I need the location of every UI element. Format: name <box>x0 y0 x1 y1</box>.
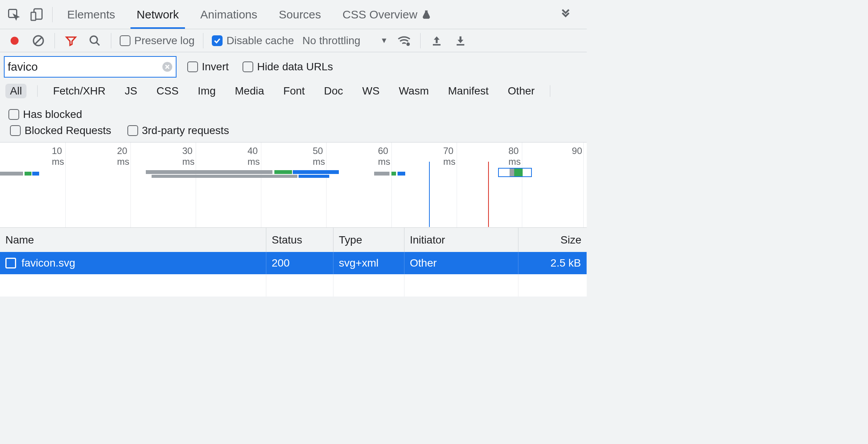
network-toolbar: Preserve log Disable cache No throttling… <box>0 29 587 52</box>
waterfall-bar <box>32 172 39 176</box>
waterfall-bar <box>374 172 389 176</box>
tab-network[interactable]: Network <box>127 0 189 29</box>
throttling-select[interactable]: No throttling ▼ <box>299 35 391 47</box>
svg-point-8 <box>406 42 410 46</box>
waterfall-bar <box>274 170 292 174</box>
tick-label: 40 ms <box>248 146 260 167</box>
column-initiator[interactable]: Initiator <box>404 228 518 252</box>
cell-type: svg+xml <box>339 257 378 269</box>
type-filter-all[interactable]: All <box>5 84 26 98</box>
search-icon[interactable] <box>84 30 106 51</box>
tick-label: 60 ms <box>378 146 390 167</box>
svg-rect-2 <box>31 12 36 20</box>
waterfall-bar <box>398 172 405 176</box>
waterfall-selection <box>498 168 532 177</box>
network-conditions-icon[interactable] <box>393 30 415 51</box>
svg-rect-10 <box>457 44 464 45</box>
waterfall-bar <box>25 172 31 176</box>
type-filter-wasm[interactable]: Wasm <box>394 84 433 98</box>
type-filter-other[interactable]: Other <box>503 84 539 98</box>
invert-label: Invert <box>202 61 229 73</box>
filter-input-wrap <box>4 56 177 78</box>
type-filter-media[interactable]: Media <box>230 84 269 98</box>
column-status[interactable]: Status <box>266 228 333 252</box>
import-har-icon[interactable] <box>450 30 471 51</box>
svg-line-5 <box>35 37 42 44</box>
domcontentloaded-line <box>429 162 430 227</box>
filter-row-2: Blocked Requests 3rd-party requests <box>0 123 587 142</box>
record-button[interactable] <box>4 30 25 51</box>
clear-filter-icon[interactable] <box>162 61 173 72</box>
type-filter-doc[interactable]: Doc <box>319 84 348 98</box>
type-filter-ws[interactable]: WS <box>358 84 384 98</box>
network-overview[interactable]: 10 ms 20 ms 30 ms 40 ms 50 ms 60 ms 70 m… <box>0 142 587 227</box>
has-blocked-checkbox[interactable]: Has blocked <box>5 108 85 121</box>
third-party-checkbox[interactable]: 3rd-party requests <box>124 124 232 137</box>
filter-toggle-icon[interactable] <box>60 30 82 51</box>
separator <box>54 33 55 48</box>
checkbox-icon <box>187 61 198 72</box>
tick-label: 30 ms <box>182 146 195 167</box>
type-filter-manifest[interactable]: Manifest <box>444 84 493 98</box>
checkbox-icon <box>120 35 130 46</box>
device-toolbar-icon[interactable] <box>26 4 48 25</box>
waterfall-bar <box>152 175 297 178</box>
network-table-header: Name Status Type Initiator Size <box>0 227 587 252</box>
disable-cache-label: Disable cache <box>226 35 294 47</box>
export-har-icon[interactable] <box>426 30 447 51</box>
devtools-tabs-bar: Elements Network Animations Sources CSS … <box>0 0 587 29</box>
hide-data-urls-label: Hide data URLs <box>257 61 333 73</box>
tick-label: 70 ms <box>443 146 455 167</box>
type-filter-img[interactable]: Img <box>193 84 220 98</box>
cell-size: 2.5 kB <box>551 257 581 269</box>
separator <box>52 7 53 22</box>
cell-initiator: Other <box>410 257 437 269</box>
cell-name: favicon.svg <box>21 257 75 269</box>
blocked-requests-label: Blocked Requests <box>25 124 111 137</box>
invert-checkbox[interactable]: Invert <box>184 61 232 73</box>
type-filter-font[interactable]: Font <box>279 84 309 98</box>
tab-animations[interactable]: Animations <box>190 0 267 29</box>
separator <box>203 33 203 48</box>
table-row[interactable]: favicon.svg 200 svg+xml Other 2.5 kB <box>0 252 587 274</box>
svg-point-3 <box>11 36 19 45</box>
tick-label: 90 <box>572 146 582 156</box>
checkbox-icon <box>8 109 19 120</box>
disable-cache-checkbox[interactable]: Disable cache <box>209 35 297 47</box>
inspect-element-icon[interactable] <box>3 4 25 25</box>
type-filter-js[interactable]: JS <box>120 84 142 98</box>
column-name[interactable]: Name <box>0 228 266 252</box>
tick-label: 50 ms <box>313 146 325 167</box>
throttling-value: No throttling <box>302 35 360 47</box>
waterfall-bar <box>146 170 272 174</box>
preserve-log-checkbox[interactable]: Preserve log <box>117 35 198 47</box>
has-blocked-label: Has blocked <box>23 108 82 121</box>
checkbox-checked-icon <box>212 35 223 46</box>
hide-data-urls-checkbox[interactable]: Hide data URLs <box>239 61 336 73</box>
more-tabs-icon[interactable] <box>559 8 572 21</box>
separator <box>37 85 38 97</box>
type-filter-css[interactable]: CSS <box>152 84 183 98</box>
tab-css-overview[interactable]: CSS Overview <box>333 0 441 29</box>
preserve-log-label: Preserve log <box>134 35 195 47</box>
filter-input[interactable] <box>8 60 162 73</box>
tab-elements[interactable]: Elements <box>57 0 125 29</box>
type-filter-fetchxhr[interactable]: Fetch/XHR <box>48 84 110 98</box>
flask-icon <box>421 10 431 20</box>
svg-point-6 <box>90 36 97 43</box>
waterfall-bar <box>293 170 339 174</box>
column-type[interactable]: Type <box>333 228 404 252</box>
type-filter-row: All Fetch/XHR JS CSS Img Media Font Doc … <box>0 81 587 123</box>
waterfall-bar <box>0 172 23 176</box>
checkbox-icon <box>10 125 21 136</box>
third-party-label: 3rd-party requests <box>142 124 229 137</box>
tick-label: 10 ms <box>52 146 64 167</box>
tab-sources[interactable]: Sources <box>269 0 331 29</box>
separator <box>420 33 421 48</box>
clear-button[interactable] <box>28 30 49 51</box>
column-size[interactable]: Size <box>518 228 587 252</box>
checkbox-icon <box>127 125 138 136</box>
cell-status: 200 <box>272 257 290 269</box>
blocked-requests-checkbox[interactable]: Blocked Requests <box>7 124 114 137</box>
load-line <box>488 162 489 227</box>
